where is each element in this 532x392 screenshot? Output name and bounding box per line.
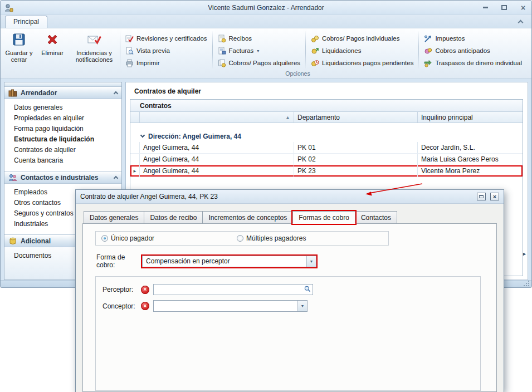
tab-formas-de-cobro[interactable]: Formas de cobro [292,211,355,224]
close-button[interactable]: × [518,4,528,12]
conceptor-label: Conceptor: [103,302,137,310]
sidebar-drag-strip[interactable] [4,82,121,86]
save-icon [12,32,26,48]
sidebar-item-datos-generales[interactable]: Datos generales [4,102,121,113]
cobros-pagos-alquileres-button[interactable]: Cobros/ Pagos alquileres [215,57,304,68]
imprimir-button[interactable]: Imprimir [123,57,210,68]
cerrar-button[interactable]: Cerrar [528,30,532,57]
conceptor-combobox[interactable]: ▼ [153,300,308,312]
liquidaciones-button[interactable]: Liquidaciones [308,45,416,56]
chevron-down-icon [140,133,145,138]
sidebar-item-contratos-de-alquiler[interactable]: Contratos de alquiler [4,145,121,155]
resize-grip[interactable] [524,281,529,286]
perceptor-search-button[interactable] [302,285,313,295]
delete-icon [45,32,60,48]
forma-de-cobro-row: Forma de cobro: Compensación en percepto… [96,253,487,269]
column-header-inquilino[interactable]: Inquilino principal [418,112,523,122]
grid-group-spacer [130,123,523,131]
group-row-label: Dirección: Angel Guimera, 44 [148,133,241,140]
row-indicator-cell [130,154,140,165]
maximize-button[interactable] [499,4,509,12]
save-close-button[interactable]: Guardar y cerrar [3,30,35,65]
radio-label: Múltiples pagadores [246,234,306,242]
revisiones-button[interactable]: Revisiones y certificados [123,33,210,44]
cell-direccion: Angel Guimera, 44 [140,142,294,153]
perceptor-label: Perceptor: [103,286,137,293]
ribbon-separator [212,31,213,68]
dialog-restore-button[interactable] [477,193,486,200]
row-indicator-cell [130,142,140,153]
contacts-icon [8,173,17,182]
combobox-dropdown-button[interactable]: ▼ [297,301,307,311]
ribbon-tab-strip: Principal [1,15,531,28]
table-row[interactable]: Angel Guimera, 44 PK 01 Decor Jardín, S.… [130,142,523,154]
combobox-dropdown-button[interactable]: ▼ [306,256,316,267]
rent-payments-icon [218,59,226,67]
landlord-icon [8,89,17,97]
delete-button[interactable]: Eliminar [37,30,67,57]
sidebar-group-contactos[interactable]: Contactos e industriales [4,171,121,184]
sidebar-item-propiedades-en-alquiler[interactable]: Propiedades en alquiler [4,113,121,124]
table-row-selected[interactable]: ► Angel Guimera, 44 PK 23 Vicente Mora P… [130,165,523,177]
dialog-tab-strip: Datos generales Datos de recibo Incremen… [82,211,497,224]
search-icon [304,286,311,294]
sidebar-item-cuenta-bancaria[interactable]: Cuenta bancaria [4,155,121,166]
dialog-titlebar: Contrato de alquiler Angel Guimera, 44, … [76,190,504,204]
conceptor-row: Conceptor: × ▼ [103,300,474,312]
tab-datos-de-recibo[interactable]: Datos de recibo [144,211,203,224]
tab-datos-generales[interactable]: Datos generales [84,211,144,224]
grid-caption: Contratos [130,100,523,112]
facturas-label: Facturas [229,47,254,54]
recibos-button[interactable]: Recibos [215,33,304,44]
individual-payments-icon [311,35,319,43]
chevron-up-icon [114,176,118,180]
radio-button-icon [101,235,108,242]
group-row[interactable]: Dirección: Angel Guimera, 44 [130,131,523,142]
minimize-button[interactable] [480,4,490,12]
cobros-pagos-individuales-button[interactable]: Cobros/ Pagos individuales [308,33,416,44]
scroll-right-arrow[interactable]: ► [522,251,527,257]
sidebar-group-arrendador[interactable]: Arrendador [4,86,121,99]
revisiones-label: Revisiones y certificados [136,35,207,42]
radio-label: Único pagador [111,234,154,242]
radio-button-icon [237,235,243,242]
ribbon-collapse-button[interactable] [514,17,527,26]
payer-mode-groupbox: Único pagador Múltiples pagadores [95,231,389,246]
cobros-anticipados-button[interactable]: Cobros anticipados [421,45,525,56]
table-row[interactable]: Angel Guimera, 44 PK 02 Maria Luisa Garc… [130,154,523,165]
dialog-close-button[interactable]: × [490,193,499,200]
perceptor-field[interactable] [153,284,313,295]
cell-departamento: PK 01 [294,142,418,153]
perceptor-input[interactable] [154,285,302,295]
sidebar-item-forma-pago-liquidacion[interactable]: Forma pago liquidación [4,124,121,134]
dialog-title: Contrato de alquiler Angel Guimera, 44, … [80,193,218,200]
liquidaciones-pendientes-button[interactable]: Liquidaciones pagos pendientes [308,57,416,68]
ribbon-column-4: Impuestos Cobros anticipados Traspasos d… [420,30,526,68]
dropdown-arrow-icon: ▼ [310,259,314,263]
tab-incrementos-de-conceptos[interactable]: Incrementos de conceptos [202,211,293,224]
traspasos-dinero-button[interactable]: Traspasos de dinero individual [421,57,525,68]
advance-payments-icon [424,47,432,55]
tab-principal[interactable]: Principal [5,16,47,28]
grid-header-row: ▲ Departamento Inquilino principal [130,112,523,123]
cobros-pagos-individuales-label: Cobros/ Pagos individuales [322,35,399,42]
tab-contactos[interactable]: Contactos [355,211,397,224]
facturas-button[interactable]: Facturas ▾ [215,45,304,56]
cell-inquilino: Vicente Mora Perez [418,165,523,177]
column-header-departamento[interactable]: Departamento [294,112,418,122]
forma-de-cobro-combobox[interactable]: Compensación en perceptor ▼ [142,256,316,267]
incidents-button[interactable]: Incidencias y notificaciones [70,30,119,65]
page-title: Contratos de alquiler [126,82,528,95]
impuestos-button[interactable]: Impuestos [421,33,525,44]
certificate-check-icon [125,35,134,43]
liquidaciones-label: Liquidaciones [322,47,361,54]
vista-previa-button[interactable]: Vista previa [123,45,210,56]
radio-multiples-pagadores[interactable]: Múltiples pagadores [237,234,306,242]
column-header-direccion[interactable]: ▲ [140,112,294,122]
cell-departamento: PK 23 [294,165,418,177]
sidebar-items-arrendador: Datos generales Propiedades en alquiler … [4,99,121,171]
radio-unico-pagador[interactable]: Único pagador [101,234,154,242]
preview-icon [125,47,134,55]
ribbon-group-save: Guardar y cerrar [3,30,35,79]
sidebar-item-estructura-de-liquidacion[interactable]: Estructura de liquidación [4,134,121,145]
